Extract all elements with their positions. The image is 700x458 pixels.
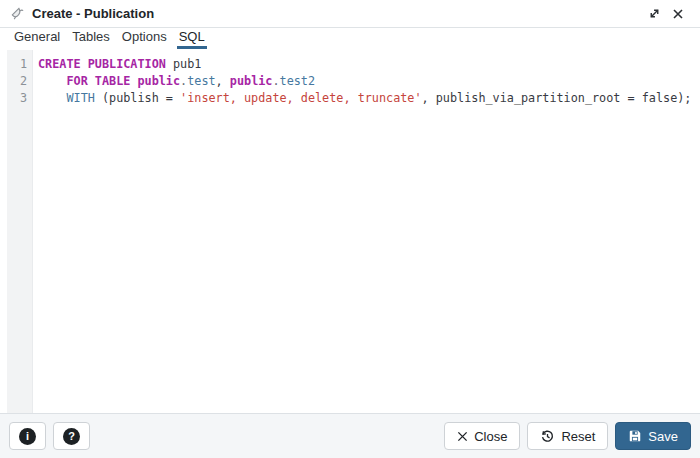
close-button-label: Close: [474, 429, 507, 444]
tab-sql[interactable]: SQL: [177, 26, 207, 49]
tab-general[interactable]: General: [12, 26, 62, 49]
dialog-footer: i ? Close Reset Save: [0, 413, 700, 458]
reset-history-icon: [540, 429, 555, 444]
save-button-label: Save: [648, 429, 678, 444]
code-line: CREATE PUBLICATION pub1: [38, 56, 698, 73]
question-icon: ?: [63, 428, 80, 445]
line-number: 1: [7, 56, 32, 73]
code-line: FOR TABLE public.test, public.test2: [38, 73, 698, 90]
sql-help-button[interactable]: i: [9, 422, 46, 450]
reset-button[interactable]: Reset: [527, 422, 608, 450]
close-icon[interactable]: [666, 3, 690, 25]
gutter: 123: [7, 50, 33, 413]
dialog-title: Create - Publication: [32, 6, 154, 21]
code-line: WITH (publish = 'insert, update, delete,…: [38, 90, 698, 107]
maximize-icon[interactable]: [642, 3, 666, 25]
save-button[interactable]: Save: [615, 422, 691, 450]
publication-broadcast-icon: [10, 6, 25, 21]
close-button[interactable]: Close: [444, 422, 520, 450]
sql-editor: 123 CREATE PUBLICATION pub1 FOR TABLE pu…: [7, 50, 700, 413]
close-x-icon: [457, 431, 468, 442]
dialog-tabbar: General Tables Options SQL: [0, 28, 700, 49]
line-number: 2: [7, 73, 32, 90]
code-lines[interactable]: CREATE PUBLICATION pub1 FOR TABLE public…: [33, 50, 700, 413]
info-icon: i: [19, 428, 36, 445]
tab-options[interactable]: Options: [120, 26, 169, 49]
dialog-titlebar: Create - Publication: [0, 0, 700, 28]
sql-tab-panel: 123 CREATE PUBLICATION pub1 FOR TABLE pu…: [0, 50, 700, 413]
dialog-help-button[interactable]: ?: [53, 422, 90, 450]
reset-button-label: Reset: [561, 429, 595, 444]
line-number: 3: [7, 90, 32, 107]
tab-tables[interactable]: Tables: [70, 26, 112, 49]
save-floppy-icon: [628, 429, 642, 443]
